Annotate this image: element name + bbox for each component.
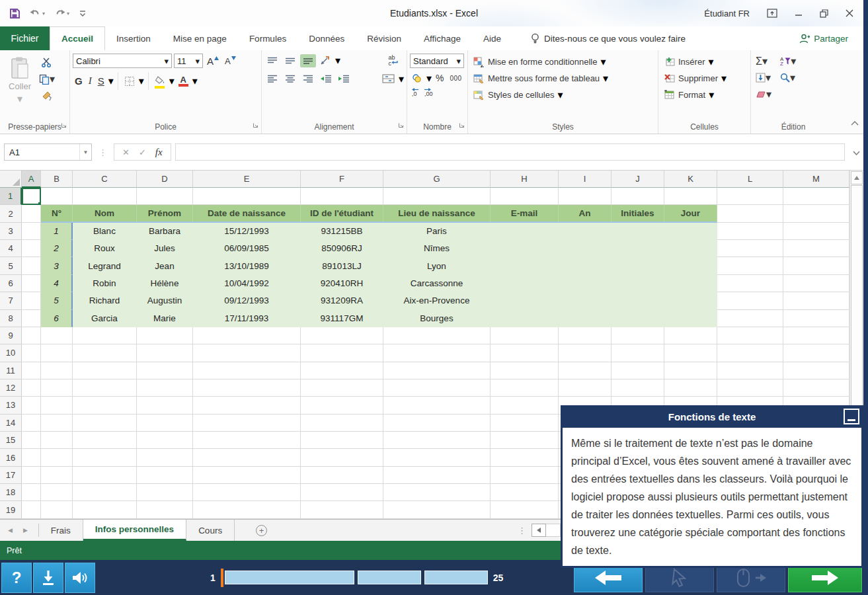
merge-center-button[interactable]: [380, 73, 397, 85]
table-data-cell-I4[interactable]: [559, 240, 612, 257]
cell-A2[interactable]: [22, 205, 41, 222]
column-header-M[interactable]: M: [783, 171, 849, 188]
table-data-cell-F4[interactable]: 850906RJ: [301, 240, 383, 257]
find-select-button[interactable]: ▾: [778, 70, 797, 85]
cell-D9[interactable]: [137, 327, 193, 344]
cell-M11[interactable]: [783, 362, 849, 379]
table-data-cell-G3[interactable]: Paris: [383, 223, 491, 240]
wrap-text-button[interactable]: ab c: [387, 54, 401, 67]
cell-D15[interactable]: [137, 432, 193, 449]
cell-B10[interactable]: [41, 344, 73, 362]
cell-E14[interactable]: [193, 415, 301, 432]
orientation-button[interactable]: [318, 54, 333, 67]
cell-A6[interactable]: [22, 275, 41, 292]
save-icon[interactable]: [9, 8, 20, 19]
cell-E17[interactable]: [193, 467, 301, 484]
sheet-prev-icon[interactable]: ◀: [8, 527, 13, 534]
cell-F13[interactable]: [301, 397, 383, 414]
table-data-cell-H7[interactable]: [491, 292, 559, 309]
cell-G10[interactable]: [383, 344, 491, 362]
minimize-icon[interactable]: [795, 9, 803, 17]
cell-E1[interactable]: [193, 188, 301, 205]
increase-indent-button[interactable]: [336, 72, 352, 85]
cell-I9[interactable]: [559, 327, 612, 344]
table-data-cell-D8[interactable]: Marie: [137, 310, 193, 327]
format-cells-button[interactable]: Format ▾: [661, 87, 748, 103]
table-data-cell-D4[interactable]: Jules: [137, 240, 193, 257]
cell-M5[interactable]: [783, 257, 849, 274]
table-data-cell-D7[interactable]: Augustin: [137, 292, 193, 309]
cell-F1[interactable]: [301, 188, 383, 205]
format-painter-button[interactable]: [37, 89, 57, 102]
table-data-cell-C6[interactable]: Robin: [73, 275, 137, 292]
row-header-11[interactable]: 11: [0, 362, 22, 379]
popup-minimize-icon[interactable]: [844, 409, 859, 424]
table-header-cell-K2[interactable]: Jour: [664, 205, 717, 222]
cell-A15[interactable]: [22, 432, 41, 449]
progress-segment-3[interactable]: [424, 571, 488, 584]
cell-G14[interactable]: [383, 415, 491, 432]
table-data-cell-I6[interactable]: [559, 275, 612, 292]
table-data-cell-D5[interactable]: Jean: [137, 257, 193, 274]
customize-qat-icon[interactable]: [79, 9, 87, 17]
insert-function-icon[interactable]: fx: [155, 147, 163, 158]
cell-B1[interactable]: [41, 188, 73, 205]
cell-H17[interactable]: [491, 467, 559, 484]
cell-styles-button[interactable]: Styles de cellules ▾: [471, 87, 655, 103]
row-header-19[interactable]: 19: [0, 501, 22, 518]
table-data-cell-F6[interactable]: 920410RH: [301, 275, 383, 292]
cell-H18[interactable]: [491, 484, 559, 501]
table-header-cell-G2[interactable]: Lieu de naissance: [383, 205, 491, 222]
cell-E12[interactable]: [193, 379, 301, 397]
font-size-combo[interactable]: 11▾: [174, 54, 203, 68]
row-header-10[interactable]: 10: [0, 344, 22, 362]
cell-A14[interactable]: [22, 415, 41, 432]
cell-B13[interactable]: [41, 397, 73, 414]
cell-H13[interactable]: [491, 397, 559, 414]
clipboard-dialog-launcher-icon[interactable]: [61, 119, 67, 131]
cell-G13[interactable]: [383, 397, 491, 414]
table-data-cell-B4[interactable]: 2: [41, 240, 73, 257]
cell-K10[interactable]: [664, 344, 717, 362]
cell-A9[interactable]: [22, 327, 41, 344]
progress-segment-1[interactable]: [225, 571, 354, 584]
name-box-dropdown-icon[interactable]: ▼: [79, 144, 91, 160]
cell-D16[interactable]: [137, 449, 193, 466]
tab-insertion[interactable]: Insertion: [105, 26, 162, 50]
table-data-cell-F5[interactable]: 891013LJ: [301, 257, 383, 274]
cell-E16[interactable]: [193, 449, 301, 466]
cell-M12[interactable]: [783, 379, 849, 397]
table-data-cell-B5[interactable]: 3: [41, 257, 73, 274]
cell-A8[interactable]: [22, 310, 41, 327]
alignment-dialog-launcher-icon[interactable]: [398, 119, 404, 131]
cell-E19[interactable]: [193, 501, 301, 518]
font-color-dropdown-icon[interactable]: ▾: [192, 75, 198, 87]
table-header-cell-I2[interactable]: An: [559, 205, 612, 222]
table-data-cell-J4[interactable]: [612, 240, 664, 257]
table-data-cell-H5[interactable]: [491, 257, 559, 274]
cell-G15[interactable]: [383, 432, 491, 449]
table-data-cell-F8[interactable]: 931117GM: [301, 310, 383, 327]
cell-H9[interactable]: [491, 327, 559, 344]
align-top-button[interactable]: [264, 54, 280, 67]
close-icon[interactable]: [846, 9, 853, 17]
cell-D19[interactable]: [137, 501, 193, 518]
tab-fichier[interactable]: Fichier: [0, 26, 50, 50]
table-data-cell-I3[interactable]: [559, 223, 612, 240]
tab-mise-en-page[interactable]: Mise en page: [162, 26, 238, 50]
shrink-font-button[interactable]: A: [223, 55, 238, 67]
table-data-cell-B6[interactable]: 4: [41, 275, 73, 292]
decrease-indent-button[interactable]: [318, 72, 334, 85]
table-data-cell-H4[interactable]: [491, 240, 559, 257]
cell-L10[interactable]: [717, 344, 783, 362]
table-data-cell-K4[interactable]: [664, 240, 717, 257]
table-data-cell-J3[interactable]: [612, 223, 664, 240]
cell-D14[interactable]: [137, 415, 193, 432]
cell-J10[interactable]: [612, 344, 664, 362]
cell-B12[interactable]: [41, 379, 73, 397]
row-header-5[interactable]: 5: [0, 257, 22, 274]
number-dialog-launcher-icon[interactable]: [459, 119, 465, 131]
table-data-cell-J8[interactable]: [612, 310, 664, 327]
underline-button[interactable]: S: [96, 74, 106, 88]
cell-B11[interactable]: [41, 362, 73, 379]
